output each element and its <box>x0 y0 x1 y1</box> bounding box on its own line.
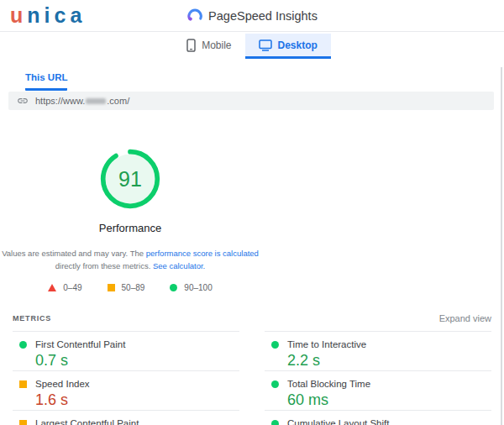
analyzed-url: https://www..com/ <box>35 96 129 106</box>
url-bar[interactable]: https://www..com/ <box>8 92 494 110</box>
legend-average-range: 50–89 <box>122 283 145 292</box>
legend-good-range: 90–100 <box>184 283 212 292</box>
metric-first-contentful-paint: First Contentful Paint 0.7 s <box>13 331 239 370</box>
app-title: PageSpeed Insights <box>186 8 318 24</box>
disclaimer-text-2: directly from these metrics. <box>55 261 153 270</box>
app-title-text: PageSpeed Insights <box>208 9 318 23</box>
expand-view-link[interactable]: Expand view <box>439 313 491 323</box>
metric-time-to-interactive: Time to Interactive 2.2 s <box>265 331 491 370</box>
metrics-section-title: METRICS <box>13 314 51 323</box>
metrics-header: METRICS Expand view <box>13 313 491 331</box>
metric-value: 60 ms <box>287 391 491 409</box>
tab-mobile[interactable]: Mobile <box>173 34 244 59</box>
metric-total-blocking-time: Total Blocking Time 60 ms <box>265 370 491 410</box>
metric-status-icon <box>271 341 279 349</box>
metric-speed-index: Speed Index 1.6 s <box>13 370 239 410</box>
performance-score-label: Performance <box>99 222 161 234</box>
legend-item-good: 90–100 <box>170 283 212 292</box>
tab-this-url[interactable]: This URL <box>25 72 67 91</box>
header: unica PageSpeed Insights <box>0 0 504 32</box>
performance-score-section: 91 Performance Values are estimated and … <box>0 147 260 292</box>
metric-name: Cumulative Layout Shift <box>287 418 389 425</box>
metrics-right-column: Time to Interactive 2.2 s Total Blocking… <box>265 331 491 425</box>
pagespeed-gauge-icon <box>186 8 203 24</box>
vertical-scrollbar[interactable] <box>501 67 502 425</box>
performance-gauge[interactable]: 91 <box>98 147 162 211</box>
metric-value: 1.6 s <box>35 391 239 409</box>
metric-largest-contentful-paint: Largest Contentful Paint 1.7 s <box>13 410 239 425</box>
metric-cumulative-layout-shift: Cumulative Layout Shift 0 <box>265 410 491 425</box>
metrics-columns: First Contentful Paint 0.7 s Speed Index… <box>13 331 491 425</box>
unica-logo[interactable]: unica <box>10 3 86 28</box>
metric-name: Largest Contentful Paint <box>35 418 139 425</box>
metric-status-icon <box>271 380 279 388</box>
red-triangle-icon <box>48 284 56 291</box>
legend-fail-range: 0–49 <box>63 283 81 292</box>
logo-letters-nica: nica <box>27 3 86 27</box>
disclaimer-text-1: Values are estimated and may vary. The <box>2 249 146 258</box>
redacted-domain <box>86 98 106 104</box>
pagespeed-results-page: unica PageSpeed Insights <box>0 0 504 425</box>
metric-status-icon <box>271 420 279 425</box>
mobile-phone-icon <box>186 39 196 52</box>
tab-desktop-label: Desktop <box>278 39 318 51</box>
metric-status-icon <box>19 341 27 349</box>
metric-name: Time to Interactive <box>287 339 366 349</box>
legend-item-average: 50–89 <box>108 283 145 292</box>
metric-value: 2.2 s <box>287 352 491 370</box>
calculation-link[interactable]: performance score is calculated <box>146 249 259 258</box>
tab-desktop[interactable]: Desktop <box>245 34 331 59</box>
desktop-monitor-icon <box>259 39 272 51</box>
see-calculator-link[interactable]: See calculator. <box>153 261 205 270</box>
score-legend: 0–49 50–89 90–100 <box>48 283 212 292</box>
metric-status-icon <box>19 380 27 388</box>
score-disclaimer: Values are estimated and may vary. The p… <box>2 247 259 272</box>
logo-letter-u: u <box>10 3 27 27</box>
performance-score-value: 91 <box>98 147 162 211</box>
metric-name: First Contentful Paint <box>35 339 125 349</box>
metric-name: Speed Index <box>35 379 90 389</box>
metric-name: Total Blocking Time <box>287 379 370 389</box>
green-circle-icon <box>170 284 177 291</box>
legend-item-fail: 0–49 <box>48 283 81 292</box>
link-icon <box>17 95 29 107</box>
metrics-section: METRICS Expand view First Contentful Pai… <box>13 313 491 425</box>
url-tab-row: This URL <box>25 69 504 91</box>
orange-square-icon <box>108 284 115 291</box>
tab-mobile-label: Mobile <box>202 39 231 51</box>
metrics-left-column: First Contentful Paint 0.7 s Speed Index… <box>13 331 239 425</box>
metric-value: 0.7 s <box>35 352 239 370</box>
device-tab-bar: Mobile Desktop <box>0 34 504 59</box>
metric-status-icon <box>19 420 27 425</box>
